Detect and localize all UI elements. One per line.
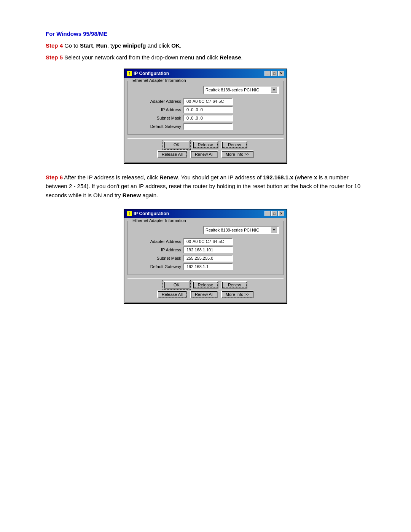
dropdown-value-2: Realtek 8139-series PCI NIC <box>206 228 259 232</box>
ip-config-dialog-1: ? IP Configuration _ □ ✕ Ethernet Adapte… <box>124 69 287 164</box>
adapter-dropdown-2[interactable]: Realtek 8139-series PCI NIC ▼ <box>203 226 279 234</box>
field-row-adapter-2: Adapter Address 00-A0-0C-C7-64-5C <box>132 238 279 245</box>
field-row-gateway-1: Default Gateway <box>132 123 279 130</box>
step4-label: Step 4 <box>46 42 63 49</box>
titlebar-1: ? IP Configuration _ □ ✕ <box>124 69 287 78</box>
restore-button-2[interactable]: □ <box>271 211 277 216</box>
release-all-button-2[interactable]: Release All <box>157 291 187 298</box>
adapter-value-2: 00-A0-0C-C7-64-5C <box>183 238 233 245</box>
dropdown-row-2: Realtek 8139-series PCI NIC ▼ <box>132 226 279 234</box>
ok-button-1[interactable]: OK <box>164 141 190 149</box>
dropdown-value-1: Realtek 8139-series PCI NIC <box>206 88 259 92</box>
titlebar-left-2: ? IP Configuration <box>127 211 169 216</box>
more-info-button-1[interactable]: More Info >> <box>221 150 254 158</box>
release-button-1[interactable]: Release <box>193 141 218 149</box>
adapter-dropdown-1[interactable]: Realtek 8139-series PCI NIC ▼ <box>203 86 279 94</box>
release-button-2[interactable]: Release <box>193 281 218 289</box>
titlebar-2: ? IP Configuration _ □ ✕ <box>124 209 287 218</box>
field-row-ip-1: IP Address 0 .0 .0 .0 <box>132 106 279 113</box>
restore-button-1[interactable]: □ <box>271 71 277 76</box>
subnet-value-2: 255.255.255.0 <box>183 255 233 262</box>
groupbox-1: Ethernet Adapter Information Realtek 813… <box>127 81 284 135</box>
step6-block: Step 6 After the IP address is released,… <box>46 173 365 200</box>
field-row-adapter-1: Adapter Address 00-A0-0C-C7-64-5C <box>132 98 279 105</box>
subnet-label-1: Subnet Mask <box>132 116 181 120</box>
ip-config-dialog-2: ? IP Configuration _ □ ✕ Ethernet Adapte… <box>124 209 287 304</box>
buttons-row2-2: Release All Renew All More Info >> <box>127 291 284 298</box>
field-row-gateway-2: Default Gateway 192.168.1.1 <box>132 263 279 270</box>
renew-button-2[interactable]: Renew <box>221 281 247 289</box>
titlebar-buttons-2: _ □ ✕ <box>264 211 284 216</box>
renew-all-button-2[interactable]: Renew All <box>190 291 218 298</box>
ip-label-2: IP Address <box>132 248 181 252</box>
groupbox-2: Ethernet Adapter Information Realtek 813… <box>127 221 284 275</box>
ok-button-2[interactable]: OK <box>164 281 190 289</box>
adapter-label-1: Adapter Address <box>132 99 181 104</box>
close-button-2[interactable]: ✕ <box>278 211 284 216</box>
subnet-label-2: Subnet Mask <box>132 256 181 260</box>
ip-value-1: 0 .0 .0 .0 <box>183 106 233 113</box>
field-row-subnet-2: Subnet Mask 255.255.255.0 <box>132 255 279 262</box>
step4-line: Step 4 Go to Start, Run, type winipcfg a… <box>46 42 365 50</box>
dialog-body-1: Ethernet Adapter Information Realtek 813… <box>124 78 287 163</box>
dialog-title-1: IP Configuration <box>134 71 169 76</box>
renew-button-1[interactable]: Renew <box>221 141 247 149</box>
dropdown-arrow-2[interactable]: ▼ <box>271 227 277 233</box>
titlebar-left-1: ? IP Configuration <box>127 71 169 76</box>
separator-1 <box>127 138 284 139</box>
separator-2 <box>127 278 284 279</box>
step5-label: Step 5 <box>46 54 63 61</box>
dialog-icon-2: ? <box>127 211 132 216</box>
gateway-value-1 <box>183 123 233 130</box>
groupbox-legend-1: Ethernet Adapter Information <box>131 78 188 83</box>
buttons-row1-2: OK Release Renew <box>127 281 284 289</box>
minimize-button-1[interactable]: _ <box>264 71 271 76</box>
dialog-title-2: IP Configuration <box>134 211 169 216</box>
groupbox-legend-2: Ethernet Adapter Information <box>131 218 188 223</box>
field-row-ip-2: IP Address 192.168.1.101 <box>132 246 279 253</box>
dropdown-arrow-1[interactable]: ▼ <box>271 87 277 93</box>
adapter-value-1: 00-A0-0C-C7-64-5C <box>183 98 233 105</box>
step5-line: Step 5 Select your network card from the… <box>46 53 365 62</box>
dialog1-wrapper: ? IP Configuration _ □ ✕ Ethernet Adapte… <box>46 69 365 164</box>
step6-label: Step 6 <box>46 174 63 181</box>
section-title: For Windows 95/98/ME <box>46 30 365 37</box>
gateway-value-2: 192.168.1.1 <box>183 263 233 270</box>
more-info-button-2[interactable]: More Info >> <box>221 291 254 298</box>
dialog-icon-1: ? <box>127 71 132 76</box>
field-row-subnet-1: Subnet Mask 0 .0 .0 .0 <box>132 115 279 121</box>
buttons-row1-1: OK Release Renew <box>127 141 284 149</box>
gateway-label-2: Default Gateway <box>132 264 181 269</box>
release-all-button-1[interactable]: Release All <box>157 150 187 158</box>
renew-all-button-1[interactable]: Renew All <box>190 150 218 158</box>
adapter-label-2: Adapter Address <box>132 239 181 244</box>
dropdown-row-1: Realtek 8139-series PCI NIC ▼ <box>132 86 279 94</box>
ip-label-1: IP Address <box>132 107 181 112</box>
subnet-value-1: 0 .0 .0 .0 <box>183 115 233 121</box>
buttons-row2-1: Release All Renew All More Info >> <box>127 150 284 158</box>
gateway-label-1: Default Gateway <box>132 124 181 129</box>
ip-value-2: 192.168.1.101 <box>183 246 233 253</box>
titlebar-buttons-1: _ □ ✕ <box>264 71 284 76</box>
minimize-button-2[interactable]: _ <box>264 211 271 216</box>
dialog2-wrapper: ? IP Configuration _ □ ✕ Ethernet Adapte… <box>46 209 365 304</box>
dialog-body-2: Ethernet Adapter Information Realtek 813… <box>124 218 287 303</box>
close-button-1[interactable]: ✕ <box>278 71 284 76</box>
